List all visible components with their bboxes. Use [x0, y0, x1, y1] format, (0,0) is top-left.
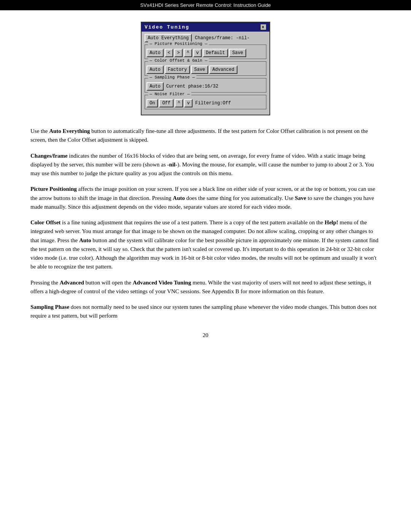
- paragraph-3: Picture Positioning affects the image po…: [30, 185, 381, 211]
- dialog-body: Auto Everything Changes/frame: -nil- — P…: [142, 32, 269, 115]
- page-header: SVx41HDI Series Server Remote Control: I…: [0, 0, 411, 10]
- cog-save-button[interactable]: Save: [191, 66, 208, 74]
- bold-help: Help!: [325, 219, 338, 225]
- auto-everything-row: Auto Everything Changes/frame: -nil-: [145, 34, 266, 42]
- cog-factory-button[interactable]: Factory: [165, 66, 190, 74]
- pp-left-button[interactable]: <: [165, 49, 173, 57]
- pp-default-button[interactable]: Default: [203, 49, 228, 57]
- color-offset-gain-buttons: Auto Factory Save Advanced: [147, 66, 264, 74]
- paragraph-2: Changes/frame indicates the number of 16…: [30, 152, 381, 178]
- paragraph-1: Use the Auto Everything button to automa…: [30, 127, 381, 145]
- paragraph-6: Sampling Phase does not normally need to…: [30, 303, 381, 321]
- filtering-text: Filtering:Off: [195, 101, 231, 106]
- picture-positioning-section: — Picture Positioning — Auto < > ^ v Def…: [145, 45, 266, 59]
- pp-down-button[interactable]: v: [193, 49, 202, 57]
- video-tuning-dialog: Video Tuning x Auto Everything Changes/f…: [141, 22, 270, 115]
- bold-auto-2: Auto: [79, 237, 91, 243]
- picture-positioning-buttons: Auto < > ^ v Default Save: [147, 49, 264, 57]
- noise-filter-label: — Noise Filter —: [148, 92, 191, 96]
- paragraph-4: Color Offset is a fine tuning adjustment…: [30, 218, 381, 272]
- bold-advanced: Advanced: [60, 280, 84, 286]
- noise-filter-buttons: On Off ^ v Filtering:Off: [147, 99, 264, 107]
- color-offset-gain-section: — Color Offset & Gain — Auto Factory Sav…: [145, 61, 266, 76]
- paragraph-5: Pressing the Advanced button will open t…: [30, 278, 381, 296]
- noise-filter-section: — Noise Filter — On Off ^ v Filtering:Of…: [145, 95, 266, 109]
- cog-auto-button[interactable]: Auto: [147, 66, 164, 74]
- pp-auto-button[interactable]: Auto: [147, 49, 164, 57]
- nf-on-button[interactable]: On: [147, 99, 158, 107]
- dialog-container: Video Tuning x Auto Everything Changes/f…: [30, 22, 381, 115]
- pp-right-button[interactable]: >: [174, 49, 183, 57]
- bold-color-offset: Color Offset: [30, 219, 61, 225]
- dialog-close-button[interactable]: x: [260, 24, 266, 30]
- pp-up-button[interactable]: ^: [184, 49, 192, 57]
- cog-advanced-button[interactable]: Advanced: [209, 66, 237, 74]
- page-content: Video Tuning x Auto Everything Changes/f…: [0, 10, 411, 354]
- pp-save-button[interactable]: Save: [229, 49, 246, 57]
- auto-everything-button[interactable]: Auto Everything: [145, 34, 192, 42]
- bold-sampling-phase: Sampling Phase: [30, 304, 69, 310]
- current-phase-text: Current phase:16/32: [166, 84, 218, 89]
- bold-auto-everything: Auto Everything: [49, 128, 90, 134]
- dialog-titlebar: Video Tuning x: [142, 22, 269, 32]
- color-offset-gain-label: — Color Offset & Gain —: [148, 58, 209, 63]
- sampling-phase-label: — Sampling Phase —: [148, 75, 196, 80]
- sampling-phase-section: — Sampling Phase — Auto Current phase:16…: [145, 78, 266, 93]
- bold-save: Save: [295, 195, 306, 201]
- sp-auto-button[interactable]: Auto: [147, 82, 164, 91]
- bold-nil: -nil-: [167, 161, 177, 168]
- nf-off-button[interactable]: Off: [159, 99, 174, 107]
- header-title: SVx41HDI Series Server Remote Control: I…: [140, 2, 271, 8]
- nf-down-button[interactable]: v: [184, 99, 193, 107]
- changes-frame-text: Changes/frame: -nil-: [195, 35, 250, 41]
- nf-up-button[interactable]: ^: [175, 99, 183, 107]
- bold-auto: Auto: [173, 195, 185, 201]
- sampling-phase-buttons: Auto Current phase:16/32: [147, 82, 264, 91]
- picture-positioning-label: — Picture Positioning —: [148, 42, 209, 46]
- bold-changes-frame: Changes/frame: [30, 153, 68, 159]
- page-number: 20: [30, 332, 381, 339]
- dialog-title: Video Tuning: [145, 24, 190, 30]
- bold-picture-positioning: Picture Positioning: [30, 186, 77, 192]
- bold-advanced-video-tuning: Advanced Video Tuning: [133, 280, 191, 286]
